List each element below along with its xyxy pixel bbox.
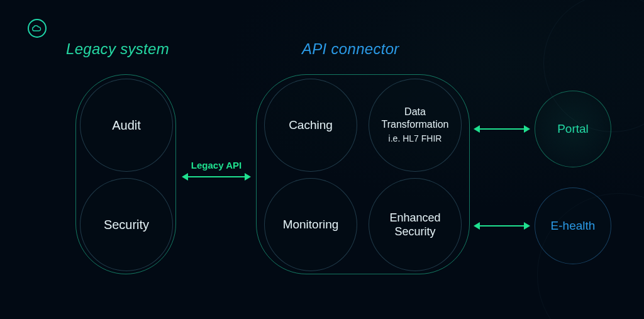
node-sublabel: i.e. HL7 FHIR xyxy=(389,133,442,145)
node-label: E-health xyxy=(551,219,596,233)
node-label: Security xyxy=(104,218,149,232)
bidirectional-arrow-icon xyxy=(187,176,245,177)
node-monitoring: Monitoring xyxy=(264,178,357,271)
node-label: Monitoring xyxy=(283,217,339,232)
node-security: Security xyxy=(80,178,173,271)
node-label: Enhanced Security xyxy=(374,211,456,239)
node-caching: Caching xyxy=(264,79,357,172)
node-ehealth: E-health xyxy=(535,187,611,264)
node-data-transformation: Data Transformation i.e. HL7 FHIR xyxy=(369,79,462,172)
node-label: Caching xyxy=(289,118,333,133)
bidirectional-arrow-icon xyxy=(479,128,525,130)
heading-legacy-system: Legacy system xyxy=(66,40,169,58)
node-audit: Audit xyxy=(80,79,173,172)
node-label: Data Transformation xyxy=(374,106,456,131)
bidirectional-arrow-icon xyxy=(479,225,525,227)
connector-label-legacy-api: Legacy API xyxy=(187,160,245,171)
api-connector-group: Caching Data Transformation i.e. HL7 FHI… xyxy=(256,74,470,274)
node-enhanced-security: Enhanced Security xyxy=(369,178,462,271)
legacy-system-group: Audit Security xyxy=(75,74,176,274)
heading-api-connector: API connector xyxy=(302,40,399,58)
node-portal: Portal xyxy=(535,91,611,167)
node-label: Portal xyxy=(557,122,589,136)
node-label: Audit xyxy=(112,118,141,133)
brand-logo-icon xyxy=(28,19,47,38)
